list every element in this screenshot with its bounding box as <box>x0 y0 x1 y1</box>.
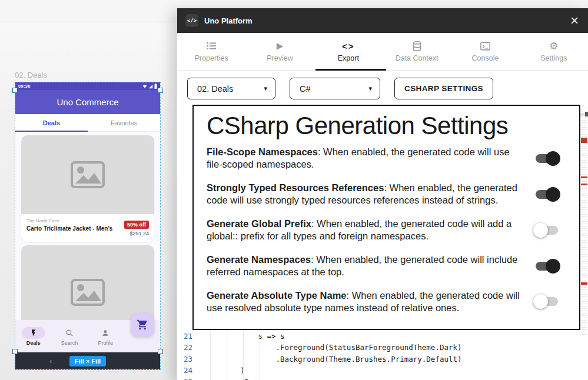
toggle-knob <box>546 259 560 274</box>
export-toolbar: 02. Deals ▾ C# ▾ CSHARP SETTINGS <box>177 71 588 99</box>
csharp-settings-button[interactable]: CSHARP SETTINGS <box>394 78 493 99</box>
toggle-knob <box>533 294 548 309</box>
selection-handle-top-left[interactable] <box>12 88 18 93</box>
person-icon <box>94 327 117 339</box>
artboard-label[interactable]: 02. Deals <box>15 71 47 79</box>
battery-icon <box>154 84 157 89</box>
bolt-icon <box>22 327 45 339</box>
screen-select[interactable]: 02. Deals ▾ <box>187 78 275 99</box>
minimap-error-mark <box>581 282 587 285</box>
setting-generate-absolute-type-name: Generate Absolute Type Name: When enable… <box>207 289 566 315</box>
wifi-icon <box>142 84 147 89</box>
code-line: 22 .Foreground(StatusBarForegroundTheme.… <box>177 342 580 353</box>
nav-item-search[interactable]: Search <box>51 320 87 352</box>
phone-artboard[interactable]: 09:30 Uno Commerce Deals Favorites <box>15 82 161 370</box>
tab-deals[interactable]: Deals <box>15 114 88 131</box>
selection-handle-bottom-right[interactable] <box>158 349 163 354</box>
toggle-generate-namespaces[interactable] <box>536 262 558 271</box>
code-minimap[interactable] <box>580 106 588 335</box>
product-info: The North Face Carto Triclimate Jacket -… <box>21 214 154 242</box>
fill-size-badge[interactable]: Fill × Fill <box>69 356 106 366</box>
minimap-error-mark <box>581 176 587 178</box>
selection-handle-bottom-left[interactable] <box>12 349 18 354</box>
product-card[interactable]: The North Face Carto Triclimate Jacket -… <box>21 135 154 242</box>
tab-favorites[interactable]: Favorites <box>88 114 160 131</box>
minimap-text-texture <box>582 120 587 335</box>
layout-toolbar: ‹ Fill × Fill <box>15 352 160 369</box>
chevron-down-icon: ▾ <box>368 85 372 92</box>
toggle-knob <box>546 187 560 202</box>
search-icon <box>58 327 81 339</box>
minimap-error-mark <box>581 138 587 143</box>
uno-platform-panel: </> Uno Platform × Properties ▶ Preview … <box>177 8 588 380</box>
phone-screen: 09:30 Uno Commerce Deals Favorites <box>15 82 160 369</box>
setting-strongly-typed-resources: Strongly Typed Resources References: Whe… <box>207 182 566 207</box>
tab-console[interactable]: Console <box>451 33 519 70</box>
tab-data-context[interactable]: Data Context <box>383 33 451 70</box>
panel-title: Uno Platform <box>204 16 563 25</box>
tab-export[interactable]: <> Export <box>314 33 383 70</box>
code-line: 25 Resources <box>177 376 580 380</box>
image-placeholder-icon <box>71 161 105 188</box>
console-icon <box>480 41 490 51</box>
toggle-knob <box>533 223 548 238</box>
app-tab-bar: Deals Favorites <box>15 114 160 132</box>
toggle-knob <box>546 151 560 166</box>
product-image-placeholder <box>21 245 154 320</box>
tab-preview[interactable]: ▶ Preview <box>245 33 314 70</box>
tab-settings[interactable]: ⚙ Settings <box>520 33 588 70</box>
toggle-generate-global-prefix[interactable] <box>536 226 558 235</box>
panel-header: </> Uno Platform × <box>177 8 588 33</box>
setting-generate-global-prefix: Generate Global Prefix: When enabled, th… <box>207 218 566 243</box>
phone-status-bar: 09:30 <box>15 82 160 90</box>
image-placeholder-icon <box>71 279 105 306</box>
signal-icon <box>148 84 153 89</box>
code-line: 21 s => s <box>177 331 580 342</box>
active-tab-underline <box>315 69 386 71</box>
product-card[interactable] <box>21 245 154 320</box>
setting-generate-namespaces: Generate Namespaces: When enabled, the g… <box>207 254 566 279</box>
language-select[interactable]: C# ▾ <box>290 78 380 99</box>
minimap-error-mark <box>581 184 587 185</box>
minimap-corner <box>585 112 588 116</box>
product-name: Carto Triclimate Jacket - Men's <box>26 225 112 232</box>
toggle-strongly-typed-resources[interactable] <box>536 190 558 199</box>
code-icon: <> <box>342 41 355 51</box>
toggle-generate-absolute-type-name[interactable] <box>536 297 558 306</box>
nav-item-profile[interactable]: Profile <box>88 320 124 352</box>
app-bar: Uno Commerce <box>15 90 160 114</box>
selection-handle-top-right[interactable] <box>158 88 163 93</box>
nav-item-deals[interactable]: Deals <box>15 320 51 352</box>
tab-properties[interactable]: Properties <box>177 33 245 70</box>
product-pricing: 50% off $251.24 <box>124 218 149 236</box>
indent-guide <box>243 331 244 380</box>
product-brand: The North Face <box>26 218 112 224</box>
cart-fab[interactable] <box>131 313 154 336</box>
indent-guide <box>260 331 260 380</box>
indent-guide <box>227 331 227 380</box>
play-icon: ▶ <box>277 41 284 51</box>
product-image-placeholder <box>21 135 154 214</box>
setting-file-scope-namespaces: File-Scope Namespaces: When enabled, the… <box>207 146 566 171</box>
status-icons <box>142 84 157 89</box>
screen: 02. Deals 09:30 Uno Commerce Deals Favor… <box>0 0 588 380</box>
discount-badge: 50% off <box>124 221 149 229</box>
code-line: 24 ) <box>177 365 580 376</box>
modal-title: CSharp Generation Settings <box>207 112 566 140</box>
product-price: $251.24 <box>124 231 149 236</box>
chevron-down-icon: ▾ <box>264 85 267 92</box>
code-line: 23 .Background(Theme.Brushes.Primary.Def… <box>177 354 580 365</box>
code-editor[interactable]: 21 s => s 22 .Foreground(StatusBarForegr… <box>177 331 580 380</box>
cart-icon <box>137 319 148 331</box>
toggle-file-scope-namespaces[interactable] <box>536 154 558 163</box>
gear-icon: ⚙ <box>549 41 558 51</box>
csharp-settings-modal: CSharp Generation Settings File-Scope Na… <box>192 105 580 330</box>
app-title: Uno Commerce <box>57 97 118 107</box>
close-icon[interactable]: × <box>569 14 580 28</box>
indent-guide <box>210 331 211 380</box>
database-icon <box>413 41 421 51</box>
back-chevron-icon[interactable]: ‹ <box>49 356 52 365</box>
code-logo-icon: </> <box>185 14 198 27</box>
list-icon <box>207 41 217 51</box>
deals-list: The North Face Carto Triclimate Jacket -… <box>15 132 160 320</box>
